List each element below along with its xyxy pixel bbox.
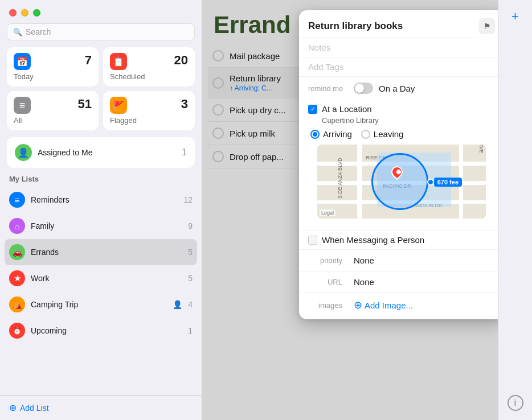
- flagged-icon: 🚩: [110, 97, 127, 114]
- scheduled-icon: 📋: [110, 53, 127, 70]
- camping-trip-icon: ⛺: [9, 297, 25, 312]
- all-icon: ≡: [14, 97, 31, 114]
- assigned-left: 👤 Assigned to Me: [15, 144, 93, 161]
- maximize-button[interactable]: [33, 9, 40, 17]
- tags-field[interactable]: Add Tags: [299, 57, 498, 76]
- minimize-button[interactable]: [21, 9, 28, 17]
- map-background: S DE ANZA BLVD RISE DR PACIFIC DR SUISUN…: [317, 145, 486, 219]
- on-a-day-label: On a Day: [379, 84, 415, 93]
- camping-trip-name: Camping Trip: [31, 300, 167, 309]
- smart-card-all-header: ≡ 51: [14, 97, 92, 114]
- images-key: images: [308, 301, 342, 310]
- upcoming-name: Upcoming: [31, 326, 182, 335]
- map-drag-handle[interactable]: [427, 179, 434, 186]
- my-lists-header: My Lists: [0, 172, 202, 187]
- detail-popup: Return library books ⚑ Notes Add Tags re…: [299, 10, 498, 319]
- errands-name: Errands: [31, 248, 182, 257]
- location-section: ✓ At a Location Cupertino Library Arrivi…: [299, 104, 498, 230]
- errands-count: 5: [188, 248, 193, 257]
- add-button[interactable]: +: [511, 9, 519, 24]
- sidebar-item-upcoming[interactable]: ⏰ Upcoming 1: [5, 318, 197, 344]
- sidebar-item-camping-trip[interactable]: ⛺ Camping Trip 👤 4: [5, 291, 197, 318]
- leaving-option[interactable]: Leaving: [361, 129, 404, 139]
- today-icon: 📅: [14, 53, 31, 70]
- scheduled-count: 20: [174, 53, 188, 68]
- priority-value: None: [354, 256, 374, 265]
- family-name: Family: [31, 221, 182, 230]
- family-count: 9: [188, 221, 193, 230]
- assigned-count: 1: [182, 147, 187, 158]
- smart-card-today[interactable]: 📅 7 Today: [7, 47, 99, 87]
- sidebar-item-errands[interactable]: 🚗 Errands 5: [5, 239, 197, 265]
- map-pin: [391, 166, 403, 182]
- arriving-radio[interactable]: [310, 130, 320, 139]
- assigned-icon: 👤: [15, 144, 32, 161]
- leaving-radio[interactable]: [361, 130, 370, 139]
- popup-header: Return library books ⚑: [299, 10, 498, 38]
- url-value: None: [354, 277, 374, 287]
- arriving-leaving-row: Arriving Leaving: [310, 129, 495, 139]
- flag-button[interactable]: ⚑: [479, 18, 495, 34]
- shared-icon: 👤: [173, 300, 182, 309]
- my-lists: ≡ Reminders 12 ⌂ Family 9 🚗 Errands 5 ★ …: [0, 187, 202, 395]
- assigned-label: Assigned to Me: [38, 148, 93, 157]
- smart-card-flagged-header: 🚩 3: [110, 97, 188, 114]
- search-icon: 🔍: [13, 28, 22, 36]
- smart-lists: 📅 7 Today 📋 20 Scheduled ≡ 51 All 🚩: [0, 47, 202, 137]
- location-name: Cupertino Library: [322, 116, 495, 125]
- search-bar[interactable]: 🔍 Search: [7, 23, 195, 40]
- add-list-button[interactable]: ⊕ Add List: [0, 395, 202, 420]
- map-container[interactable]: S DE ANZA BLVD RISE DR PACIFIC DR SUISUN…: [317, 145, 486, 219]
- smart-card-scheduled[interactable]: 📋 20 Scheduled: [103, 47, 195, 87]
- notes-field[interactable]: Notes: [299, 38, 498, 57]
- messaging-row: When Messaging a Person: [299, 230, 498, 249]
- sidebar: 🔍 Search 📅 7 Today 📋 20 Scheduled ≡ 51: [0, 0, 202, 420]
- upcoming-count: 1: [188, 326, 193, 335]
- work-name: Work: [31, 274, 182, 283]
- add-image-button[interactable]: ⊕ Add Image...: [354, 299, 413, 311]
- priority-key: priority: [308, 256, 342, 265]
- arriving-label: Arriving: [323, 129, 352, 139]
- family-icon: ⌂: [9, 218, 25, 234]
- messaging-checkbox[interactable]: [308, 236, 317, 245]
- smart-card-all[interactable]: ≡ 51 All: [7, 91, 99, 130]
- close-button[interactable]: [9, 9, 17, 17]
- arriving-option[interactable]: Arriving: [310, 129, 352, 139]
- remind-me-label: remind me: [308, 84, 348, 93]
- assigned-to-me-card[interactable]: 👤 Assigned to Me 1: [7, 137, 195, 168]
- at-location-row: ✓ At a Location: [308, 104, 495, 114]
- info-button[interactable]: i: [508, 395, 523, 411]
- add-image-icon: ⊕: [354, 299, 362, 311]
- on-a-day-toggle[interactable]: [354, 83, 373, 94]
- popup-title: Return library books: [308, 20, 403, 32]
- camping-trip-count: 4: [188, 300, 193, 309]
- main-area: Errand 5 Mail package Return library ↑ A…: [202, 0, 498, 420]
- smart-card-today-header: 📅 7: [14, 53, 92, 70]
- today-count: 7: [85, 53, 92, 68]
- errands-icon: 🚗: [9, 244, 25, 260]
- scheduled-label: Scheduled: [110, 72, 188, 81]
- sidebar-item-reminders[interactable]: ≡ Reminders 12: [5, 187, 197, 213]
- notes-placeholder: Notes: [308, 43, 330, 52]
- remind-on-day-row: remind me On a Day: [308, 83, 495, 94]
- remind-section: remind me On a Day: [299, 76, 498, 104]
- map-distance-label: 670 fee: [434, 178, 462, 187]
- add-list-label: Add List: [20, 403, 49, 413]
- at-location-label: At a Location: [322, 104, 372, 114]
- upcoming-icon: ⏰: [9, 323, 25, 339]
- map-legal: Legal: [320, 209, 335, 216]
- map-road-de-anza: [357, 145, 362, 219]
- url-row: URL None: [299, 271, 498, 293]
- work-icon: ★: [9, 270, 25, 286]
- reminders-name: Reminders: [31, 195, 178, 204]
- work-count: 5: [188, 274, 193, 283]
- leaving-label: Leaving: [374, 129, 404, 139]
- smart-card-flagged[interactable]: 🚩 3 Flagged: [103, 91, 195, 130]
- sidebar-item-work[interactable]: ★ Work 5: [5, 265, 197, 291]
- sidebar-item-family[interactable]: ⌂ Family 9: [5, 213, 197, 239]
- at-location-checkbox[interactable]: ✓: [308, 105, 317, 114]
- map-pin-head: [389, 164, 405, 180]
- priority-row: priority None: [299, 249, 498, 271]
- smart-card-scheduled-header: 📋 20: [110, 53, 188, 70]
- add-image-label: Add Image...: [365, 300, 413, 310]
